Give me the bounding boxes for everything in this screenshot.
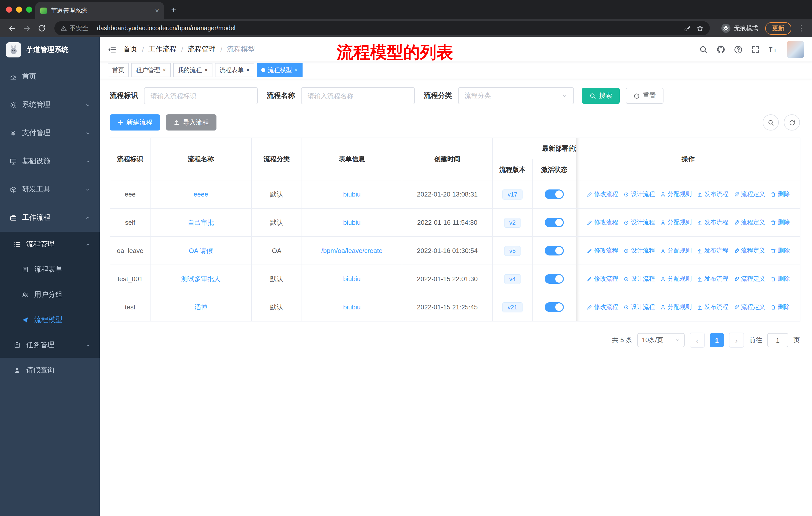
back-icon[interactable]	[5, 22, 18, 35]
action-delete-link[interactable]: 删除	[770, 303, 790, 311]
tag-tenant-mgmt[interactable]: 租户管理 ×	[132, 63, 171, 77]
action-delete-link[interactable]: 删除	[770, 275, 790, 283]
sidebar-item-leave-query[interactable]: 请假查询	[0, 358, 100, 383]
process-category-select[interactable]: 流程分类	[458, 87, 574, 104]
tag-process-model[interactable]: 流程模型 ×	[257, 63, 302, 77]
sidebar-item-workflow[interactable]: 工作流程	[0, 203, 100, 232]
show-search-button[interactable]	[763, 114, 779, 131]
process-name-link[interactable]: eeee	[194, 190, 208, 198]
tag-close-icon[interactable]: ×	[246, 67, 250, 73]
password-key-icon[interactable]	[684, 24, 691, 32]
sidebar-item-payment[interactable]: ¥ 支付管理	[0, 119, 100, 147]
prev-page-button[interactable]: ‹	[690, 332, 705, 348]
action-definition-link[interactable]: 流程定义	[733, 246, 765, 255]
form-info-link[interactable]: biubiu	[343, 190, 360, 198]
app-logo[interactable]: 芋道管理系统	[0, 37, 100, 62]
action-publish-link[interactable]: 发布流程	[697, 190, 728, 198]
user-avatar[interactable]	[787, 41, 804, 58]
active-toggle[interactable]	[545, 274, 564, 284]
font-size-icon[interactable]: TT	[768, 45, 778, 53]
action-delete-link[interactable]: 删除	[770, 190, 790, 198]
action-assign-link[interactable]: 分配规则	[660, 275, 692, 283]
process-name-input[interactable]	[301, 87, 415, 104]
active-toggle[interactable]	[545, 189, 564, 199]
header-search-icon[interactable]	[699, 45, 708, 54]
action-modify-link[interactable]: 修改流程	[586, 190, 618, 198]
action-delete-link[interactable]: 删除	[770, 246, 790, 255]
sidebar-item-system[interactable]: 系统管理	[0, 91, 100, 119]
action-delete-link[interactable]: 删除	[770, 218, 790, 227]
active-toggle[interactable]	[545, 218, 564, 227]
action-definition-link[interactable]: 流程定义	[733, 190, 765, 198]
sidebar-item-devtools[interactable]: 研发工具	[0, 175, 100, 203]
page-size-select[interactable]: 10条/页	[637, 333, 685, 347]
action-assign-link[interactable]: 分配规则	[660, 218, 692, 227]
security-chip[interactable]: 不安全	[60, 24, 88, 32]
action-modify-link[interactable]: 修改流程	[586, 303, 618, 311]
update-browser-button[interactable]: 更新	[765, 22, 791, 34]
sidebar-item-infrastructure[interactable]: 基础设施	[0, 147, 100, 175]
process-name-link[interactable]: 测试多审批人	[181, 275, 221, 282]
action-design-link[interactable]: 设计流程	[623, 275, 655, 283]
help-icon[interactable]	[734, 45, 743, 54]
breadcrumb-process-mgmt[interactable]: 流程管理	[188, 45, 216, 54]
action-design-link[interactable]: 设计流程	[623, 246, 655, 255]
tag-home[interactable]: 首页	[108, 63, 129, 77]
form-info-link[interactable]: biubiu	[343, 219, 360, 226]
process-name-link[interactable]: OA 请假	[189, 247, 213, 254]
fullscreen-icon[interactable]	[751, 45, 760, 54]
browser-menu-icon[interactable]: ⋮	[798, 24, 805, 33]
action-publish-link[interactable]: 发布流程	[697, 275, 728, 283]
sidebar-item-process-model[interactable]: 流程模型	[0, 307, 100, 332]
action-definition-link[interactable]: 流程定义	[733, 275, 765, 283]
action-modify-link[interactable]: 修改流程	[586, 246, 618, 255]
minimize-window-button[interactable]	[16, 6, 22, 12]
import-process-button[interactable]: 导入流程	[166, 114, 216, 131]
breadcrumb-home[interactable]: 首页	[123, 45, 138, 54]
action-modify-link[interactable]: 修改流程	[586, 218, 618, 227]
reload-icon[interactable]	[35, 22, 48, 35]
tab-close-icon[interactable]: ×	[155, 7, 159, 14]
goto-page-input[interactable]	[767, 333, 788, 347]
tag-process-form[interactable]: 流程表单 ×	[215, 63, 254, 77]
search-button[interactable]: 搜索	[582, 88, 620, 104]
current-page-button[interactable]: 1	[710, 333, 724, 347]
action-design-link[interactable]: 设计流程	[623, 303, 655, 311]
action-publish-link[interactable]: 发布流程	[697, 303, 728, 311]
create-process-button[interactable]: 新建流程	[110, 114, 160, 131]
tag-close-icon[interactable]: ×	[204, 67, 208, 73]
action-modify-link[interactable]: 修改流程	[586, 275, 618, 283]
active-toggle[interactable]	[545, 302, 564, 312]
bookmark-star-icon[interactable]	[696, 24, 704, 32]
sidebar-item-home[interactable]: 首页	[0, 62, 100, 91]
address-bar[interactable]: 不安全 dashboard.yudao.iocoder.cn/bpm/manag…	[54, 21, 710, 35]
tag-close-icon[interactable]: ×	[294, 67, 298, 73]
next-page-button[interactable]: ›	[729, 332, 744, 348]
process-name-link[interactable]: 自己审批	[188, 218, 214, 226]
form-info-link[interactable]: biubiu	[343, 303, 360, 311]
forward-icon[interactable]	[20, 22, 33, 35]
sidebar-item-process-form[interactable]: 流程表单	[0, 257, 100, 282]
breadcrumb-workflow[interactable]: 工作流程	[148, 45, 177, 54]
tag-close-icon[interactable]: ×	[163, 67, 166, 73]
action-design-link[interactable]: 设计流程	[623, 218, 655, 227]
sidebar-fold-icon[interactable]	[108, 45, 116, 54]
form-info-link[interactable]: /bpm/oa/leave/create	[321, 247, 383, 254]
action-assign-link[interactable]: 分配规则	[660, 190, 692, 198]
sidebar-item-user-group[interactable]: 用户分组	[0, 282, 100, 307]
action-definition-link[interactable]: 流程定义	[733, 303, 765, 311]
sidebar-item-process-mgmt[interactable]: 流程管理	[0, 232, 100, 257]
zoom-window-button[interactable]	[26, 6, 32, 12]
action-assign-link[interactable]: 分配规则	[660, 246, 692, 255]
close-window-button[interactable]	[6, 6, 12, 12]
action-design-link[interactable]: 设计流程	[623, 190, 655, 198]
tag-my-process[interactable]: 我的流程 ×	[173, 63, 212, 77]
process-name-link[interactable]: 滔博	[194, 303, 207, 311]
form-info-link[interactable]: biubiu	[343, 275, 360, 283]
process-key-input[interactable]	[144, 87, 258, 104]
action-definition-link[interactable]: 流程定义	[733, 218, 765, 227]
new-tab-button[interactable]: +	[171, 5, 176, 15]
browser-tab[interactable]: 芋道管理系统 ×	[35, 2, 164, 19]
action-publish-link[interactable]: 发布流程	[697, 218, 728, 227]
action-publish-link[interactable]: 发布流程	[697, 246, 728, 255]
